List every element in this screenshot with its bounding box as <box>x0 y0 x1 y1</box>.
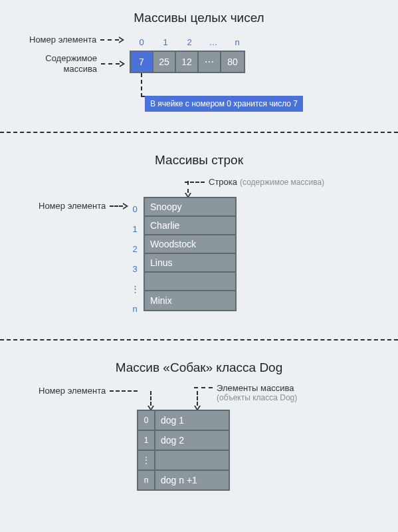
index-value: 1 <box>130 219 140 239</box>
arrow-right-icon <box>110 203 128 209</box>
section1-content-label-row: Содержимое массива <box>37 53 125 74</box>
row-value: dog 2 <box>155 431 229 450</box>
table-row: 0 dog 1 <box>138 411 229 431</box>
array-cell: 80 <box>221 52 244 72</box>
arrow-down-icon <box>185 181 191 198</box>
section3-left-label: Номер элемента <box>39 386 138 396</box>
section-string-arrays: Массивы строк Строка (содержимое массива… <box>0 141 398 347</box>
row-index: ⋮ <box>138 451 155 469</box>
row-value: dog 1 <box>155 411 229 430</box>
array-cell: 25 <box>153 52 176 72</box>
arrow-right-icon <box>110 390 138 392</box>
arrow-right-icon <box>100 37 124 43</box>
arrow-down-icon <box>194 391 201 411</box>
section-divider <box>0 132 398 133</box>
row-index: n <box>138 471 155 489</box>
index-value: 0 <box>130 37 153 47</box>
section1-indices: 0 1 2 … n <box>130 37 249 47</box>
index-value: 3 <box>130 259 140 279</box>
index-value: 1 <box>153 37 177 47</box>
elements-label: Элементы массива <box>217 383 297 393</box>
list-item: Snoopy <box>145 198 235 217</box>
content-label-text: Содержимое массива <box>45 53 97 74</box>
string-array-list: Snoopy Charlie Woodstock Linus Minix <box>144 197 237 311</box>
index-label: Номер элемента <box>39 201 106 211</box>
array-cell: 7 <box>131 52 153 72</box>
table-row: 1 dog 2 <box>138 431 229 451</box>
arrow-right-icon <box>101 61 125 67</box>
row-value: dog n +1 <box>155 471 229 489</box>
array-cell: ⋯ <box>199 52 221 72</box>
index-value: … <box>201 37 225 47</box>
section-divider <box>0 339 398 340</box>
list-item: Charlie <box>145 217 235 235</box>
list-item <box>145 273 235 291</box>
section2-left-label: Номер элемента <box>39 201 128 211</box>
index-value: ⋮ <box>130 279 140 299</box>
index-value: 0 <box>130 200 140 219</box>
section3-right-label: Элементы массива (объекты класса Dog) <box>194 383 297 402</box>
row-index: 1 <box>138 431 155 450</box>
index-label: Номер элемента <box>29 35 96 45</box>
dog-array-table: 0 dog 1 1 dog 2 ⋮ n dog n +1 <box>137 410 230 491</box>
index-value: 2 <box>177 37 201 47</box>
callout-box: В ячейке с номером 0 хранится число 7 <box>145 96 303 112</box>
elements-sublabel: (объекты класса Dog) <box>217 393 297 402</box>
section2-indices: 0 1 2 3 ⋮ n <box>130 200 140 319</box>
section2-top-label: Строка (содержимое массива) <box>185 177 324 187</box>
index-label: Номер элемента <box>39 386 106 396</box>
list-item: Linus <box>145 254 235 273</box>
list-item: Minix <box>145 291 235 310</box>
row-index: 0 <box>138 411 155 430</box>
index-value: n <box>225 37 249 47</box>
string-sublabel: (содержимое массива) <box>240 178 324 187</box>
connector-line <box>141 73 142 97</box>
array-cell: 12 <box>176 52 199 72</box>
content-label: Содержимое массива <box>37 53 97 74</box>
section3-title: Массив «Собак» класса Dog <box>0 360 398 375</box>
row-value <box>155 451 229 469</box>
index-value: 2 <box>130 239 140 259</box>
arrow-down-icon <box>148 391 154 411</box>
string-label: Строка <box>209 177 237 187</box>
connector-line <box>194 387 213 388</box>
section-dog-arrays: Массив «Собак» класса Dog Номер элемента… <box>0 348 398 532</box>
int-array-cells: 7 25 12 ⋯ 80 <box>130 51 245 73</box>
index-value: n <box>130 299 140 319</box>
section1-title: Массивы целых чисел <box>0 11 398 25</box>
section-int-arrays: Массивы целых чисел Номер элемента Содер… <box>0 0 398 140</box>
section2-title: Массивы строк <box>0 153 398 168</box>
section1-index-label-row: Номер элемента <box>29 35 124 45</box>
list-item: Woodstock <box>145 235 235 254</box>
table-row: n dog n +1 <box>138 471 229 489</box>
table-row: ⋮ <box>138 451 229 471</box>
